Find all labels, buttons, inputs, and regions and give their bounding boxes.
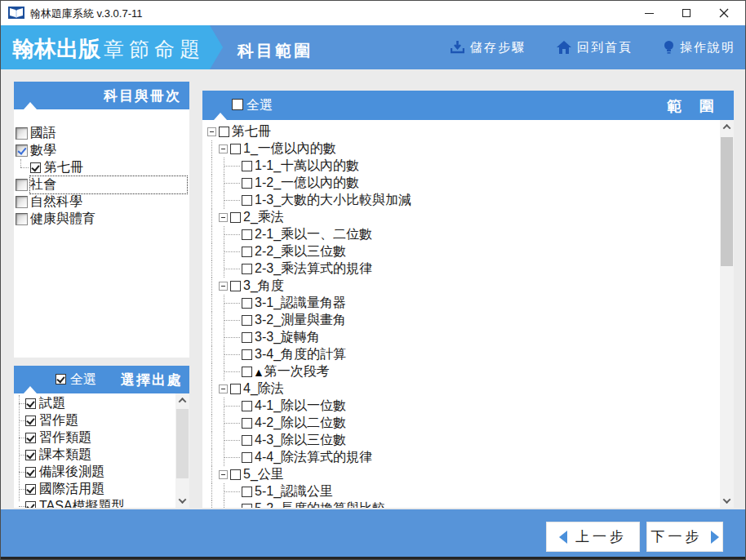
source-checkbox[interactable] [25, 501, 36, 508]
chapter-checkbox[interactable] [242, 435, 252, 446]
chapter-checkbox[interactable] [242, 418, 252, 429]
tree-section-row[interactable]: 4-1_除以一位數 [206, 398, 719, 415]
subject-row[interactable]: 國語 [14, 125, 189, 142]
minimize-button[interactable] [633, 1, 665, 25]
tree-section-row[interactable]: 2-2_乘以三位數 [206, 243, 719, 260]
scrollbar-thumb[interactable] [721, 137, 733, 266]
header-actions: 儲存步驟 回到首頁 操作說明 [451, 25, 735, 69]
collapse-minus-icon[interactable] [219, 384, 228, 393]
tree-section-row[interactable]: 1-1_十萬以內的數 [206, 158, 719, 175]
help-button[interactable]: 操作說明 [664, 40, 735, 56]
subject-checkbox[interactable] [16, 127, 28, 140]
sources-scrollbar[interactable] [175, 393, 189, 508]
chapter-checkbox[interactable] [242, 247, 252, 257]
tree-section-row[interactable]: 3-3_旋轉角 [206, 329, 719, 346]
chapter-checkbox[interactable] [242, 195, 252, 206]
chapter-checkbox[interactable] [242, 298, 252, 309]
source-row[interactable]: 習作題 [14, 412, 175, 429]
subject-row[interactable]: 社會 [14, 176, 189, 193]
tree-section-row[interactable]: ▲第一次段考 [206, 363, 719, 380]
chapter-checkbox[interactable] [242, 178, 252, 189]
chapter-checkbox[interactable] [230, 384, 241, 394]
tree-section-row[interactable]: 3-2_測量與畫角 [206, 312, 719, 329]
volume-checkbox[interactable] [30, 162, 41, 173]
maximize-button[interactable] [670, 1, 703, 25]
subject-row[interactable]: 自然科學 [14, 193, 189, 211]
chapter-checkbox[interactable] [242, 349, 252, 360]
source-checkbox[interactable] [25, 484, 36, 495]
close-button[interactable] [708, 1, 740, 25]
source-checkbox[interactable] [25, 398, 36, 409]
tree-section-row[interactable]: 1-2_一億以內的數 [206, 175, 719, 192]
tree-scrollbar[interactable] [720, 120, 734, 508]
tree-root-row[interactable]: 第七冊 [206, 123, 719, 140]
collapse-minus-icon[interactable] [219, 144, 228, 153]
tree-section-row[interactable]: 2-1_乘以一、二位數 [206, 226, 719, 243]
chapter-checkbox[interactable] [242, 401, 252, 411]
chapter-checkbox[interactable] [230, 212, 241, 223]
source-row[interactable]: 習作類題 [14, 429, 175, 447]
source-checkbox[interactable] [25, 450, 36, 460]
collapse-minus-icon[interactable] [219, 213, 228, 222]
tree-section-row[interactable]: 1-3_大數的大小比較與加減 [206, 192, 719, 209]
chapter-checkbox[interactable] [242, 367, 252, 377]
chapter-checkbox[interactable] [242, 229, 252, 240]
tree-section-row[interactable]: 4-3_除以三位數 [206, 432, 719, 449]
scroll-up-button[interactable] [720, 120, 734, 134]
chapter-checkbox[interactable] [242, 332, 252, 343]
subject-row[interactable]: 健康與體育 [14, 211, 189, 228]
collapse-minus-icon[interactable] [207, 127, 216, 136]
source-checkbox[interactable] [25, 433, 36, 443]
previous-step-button[interactable]: 上一步 [546, 522, 640, 552]
chapter-checkbox[interactable] [242, 264, 252, 274]
chapter-checkbox[interactable] [242, 452, 252, 463]
chapter-checkbox[interactable] [230, 281, 241, 291]
source-row[interactable]: 國際活用題 [14, 481, 175, 498]
range-select-all-checkbox[interactable] [232, 99, 243, 110]
subject-checkbox[interactable] [16, 213, 28, 225]
tree-chapter-row[interactable]: 2_乘法 [206, 209, 719, 226]
tree-section-row[interactable]: 5-1_認識公里 [206, 483, 719, 500]
save-steps-button[interactable]: 儲存步驟 [451, 40, 526, 56]
chapter-checkbox[interactable] [242, 161, 252, 171]
source-row[interactable]: 備課後測題 [14, 464, 175, 481]
subject-checkbox[interactable] [16, 196, 28, 208]
chapter-checkbox[interactable] [230, 144, 241, 154]
subject-checkbox[interactable] [16, 144, 28, 157]
tree-section-row[interactable]: 3-1_認識量角器 [206, 295, 719, 312]
chapter-checkbox[interactable] [230, 469, 241, 480]
scroll-up-button[interactable] [175, 393, 189, 407]
tree-section-row[interactable]: 4-4_除法算式的規律 [206, 449, 719, 466]
subject-checkbox[interactable] [16, 179, 28, 191]
tree-chapter-row[interactable]: 1_一億以內的數 [206, 140, 719, 158]
volume-row[interactable]: 第七冊 [14, 159, 189, 176]
source-checkbox[interactable] [25, 416, 36, 426]
tree-section-row[interactable]: 3-4_角度的計算 [206, 346, 719, 363]
chapter-checkbox[interactable] [242, 504, 252, 508]
subject-row[interactable]: 數學 [14, 142, 189, 159]
source-row[interactable]: TASA模擬題型 [14, 498, 175, 508]
tree-chapter-row[interactable]: 4_除法 [206, 380, 719, 398]
collapse-minus-icon[interactable] [219, 282, 228, 291]
next-step-button[interactable]: 下一步 [646, 522, 723, 552]
chapter-checkbox[interactable] [242, 315, 252, 326]
scroll-down-button[interactable] [720, 494, 734, 508]
tree-section-row[interactable]: 5-2_長度的換算與比較 [206, 500, 719, 508]
tree-section-row[interactable]: 2-3_乘法算式的規律 [206, 260, 719, 278]
chapter-label: 5-1_認識公里 [255, 483, 333, 500]
scrollbar-thumb[interactable] [176, 409, 189, 478]
chapter-checkbox[interactable] [242, 487, 252, 497]
scroll-down-button[interactable] [175, 494, 189, 508]
chapter-checkbox[interactable] [219, 127, 229, 137]
home-button[interactable]: 回到首頁 [557, 40, 633, 56]
tree-section-row[interactable]: 4-2_除以二位數 [206, 415, 719, 432]
collapse-minus-icon[interactable] [219, 470, 228, 479]
tree-line [211, 449, 212, 466]
tree-line [19, 420, 25, 421]
source-row[interactable]: 試題 [14, 395, 175, 412]
sources-select-all-checkbox[interactable] [56, 374, 66, 384]
tree-chapter-row[interactable]: 3_角度 [206, 278, 719, 295]
tree-chapter-row[interactable]: 5_公里 [206, 466, 719, 483]
source-row[interactable]: 課本類題 [14, 447, 175, 464]
source-checkbox[interactable] [25, 467, 36, 478]
